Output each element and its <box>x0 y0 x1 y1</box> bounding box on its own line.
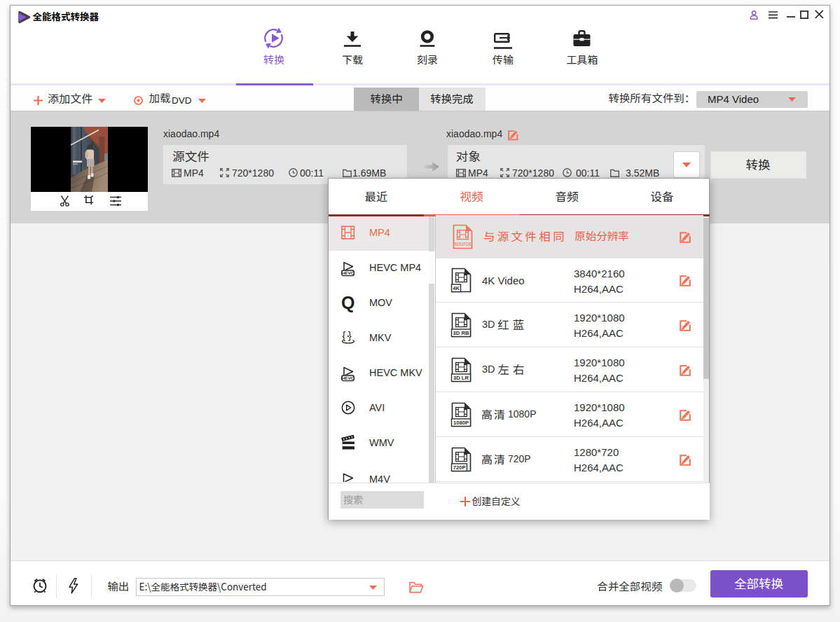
svg-text:Q: Q <box>341 293 354 312</box>
svg-text:720P: 720P <box>453 464 466 471</box>
svg-text:{ }: { } <box>343 330 352 341</box>
svg-text:4K: 4K <box>453 285 460 291</box>
svg-text:HEVC: HEVC <box>342 375 354 380</box>
svg-text:3D RB: 3D RB <box>453 330 469 336</box>
svg-text:1080P: 1080P <box>453 420 469 426</box>
svg-text:HEVC: HEVC <box>342 270 354 275</box>
svg-text:3D LR: 3D LR <box>453 375 469 381</box>
svg-text:source: source <box>454 241 471 247</box>
